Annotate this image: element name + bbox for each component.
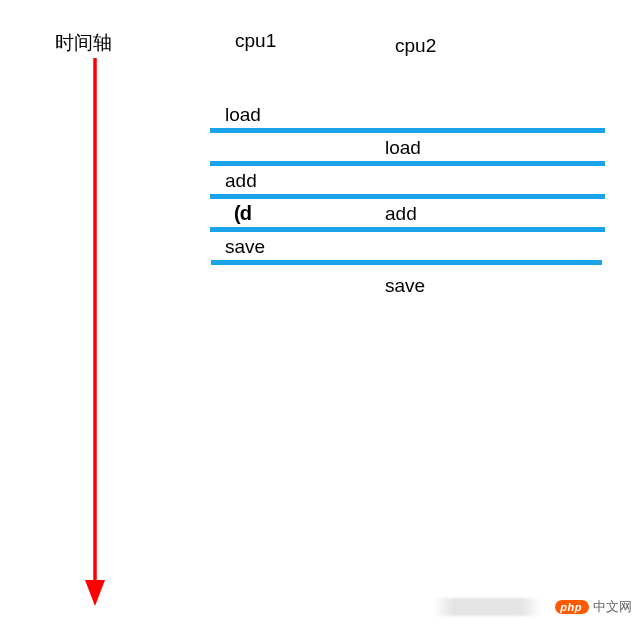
op-cpu1-add: add xyxy=(210,170,605,192)
op-cpu2-add-overlay: (d xyxy=(234,202,251,225)
op-cpu1-load: load xyxy=(210,104,605,126)
op-cpu2-add: add (d xyxy=(210,203,417,225)
column-header-cpu2: cpu2 xyxy=(395,35,436,57)
op-cpu2-save: save xyxy=(210,275,605,297)
operations-diagram: load load add add (d save save xyxy=(210,100,605,297)
op-cpu2-load: load xyxy=(210,137,605,159)
timeline-axis-label: 时间轴 xyxy=(55,30,112,56)
separator-line xyxy=(210,194,605,199)
op-cpu2-add-base: add xyxy=(385,203,417,224)
watermark: php 中文网 xyxy=(555,598,632,616)
watermark-text: 中文网 xyxy=(593,598,632,616)
separator-line xyxy=(211,260,602,265)
separator-line xyxy=(210,161,605,166)
separator-line xyxy=(210,227,605,232)
separator-line xyxy=(210,128,605,133)
svg-marker-1 xyxy=(85,580,105,606)
watermark-brand-pill: php xyxy=(555,600,589,614)
column-header-cpu1: cpu1 xyxy=(235,30,276,52)
op-cpu1-save: save xyxy=(210,236,605,258)
watermark-blur xyxy=(432,598,542,616)
timeline-arrow-icon xyxy=(85,58,105,606)
